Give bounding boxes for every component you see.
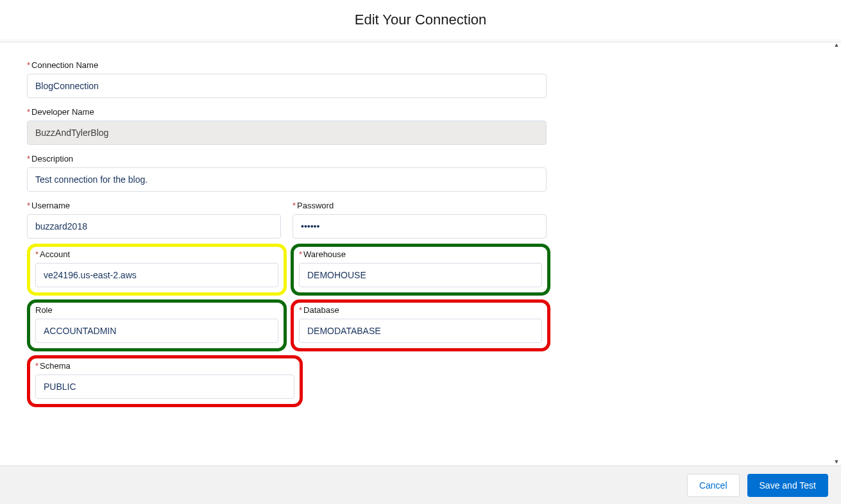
description-label: Description <box>31 154 73 164</box>
highlight-database: *Database <box>291 299 550 351</box>
field-password: *Password <box>293 201 547 239</box>
field-description: *Description <box>27 154 547 192</box>
highlight-role: Role <box>27 299 287 351</box>
required-marker: * <box>299 249 302 259</box>
connection-name-input[interactable] <box>27 74 547 98</box>
required-marker: * <box>27 60 30 70</box>
page-title: Edit Your Connection <box>0 0 841 40</box>
description-input[interactable] <box>27 167 547 192</box>
schema-input[interactable] <box>35 374 294 399</box>
developer-name-label: Developer Name <box>31 107 94 117</box>
required-marker: * <box>299 305 302 315</box>
highlight-account: *Account <box>27 244 287 296</box>
scroll-up-icon[interactable]: ▲ <box>834 42 840 48</box>
save-and-test-button[interactable]: Save and Test <box>747 474 828 497</box>
field-developer-name: *Developer Name <box>27 107 547 145</box>
required-marker: * <box>293 201 296 210</box>
cancel-button[interactable]: Cancel <box>687 474 740 497</box>
required-marker: * <box>27 107 30 117</box>
required-marker: * <box>27 154 30 164</box>
field-username: *Username <box>27 201 281 239</box>
footer-bar: Cancel Save and Test <box>0 466 841 504</box>
database-input[interactable] <box>299 319 542 343</box>
warehouse-input[interactable] <box>299 263 542 287</box>
username-label: Username <box>31 201 70 210</box>
required-marker: * <box>35 361 38 371</box>
account-input[interactable] <box>35 263 278 287</box>
highlight-warehouse: *Warehouse <box>291 244 550 296</box>
password-label: Password <box>297 201 334 210</box>
connection-name-label: Connection Name <box>31 60 98 70</box>
scrollbar[interactable]: ▲ ▼ <box>832 42 841 48</box>
account-label: Account <box>40 249 70 259</box>
required-marker: * <box>27 201 30 210</box>
role-label: Role <box>35 305 53 315</box>
highlight-schema: *Schema <box>27 355 303 407</box>
form-container: *Connection Name *Developer Name *Descri… <box>0 42 841 423</box>
scroll-down-icon[interactable]: ▼ <box>834 458 840 465</box>
role-input[interactable] <box>35 319 278 343</box>
field-connection-name: *Connection Name <box>27 60 547 98</box>
warehouse-label: Warehouse <box>303 249 346 259</box>
developer-name-input <box>27 121 547 145</box>
required-marker: * <box>35 249 38 259</box>
username-input[interactable] <box>27 214 281 239</box>
schema-label: Schema <box>40 361 71 371</box>
password-input[interactable] <box>293 214 547 239</box>
database-label: Database <box>303 305 339 315</box>
